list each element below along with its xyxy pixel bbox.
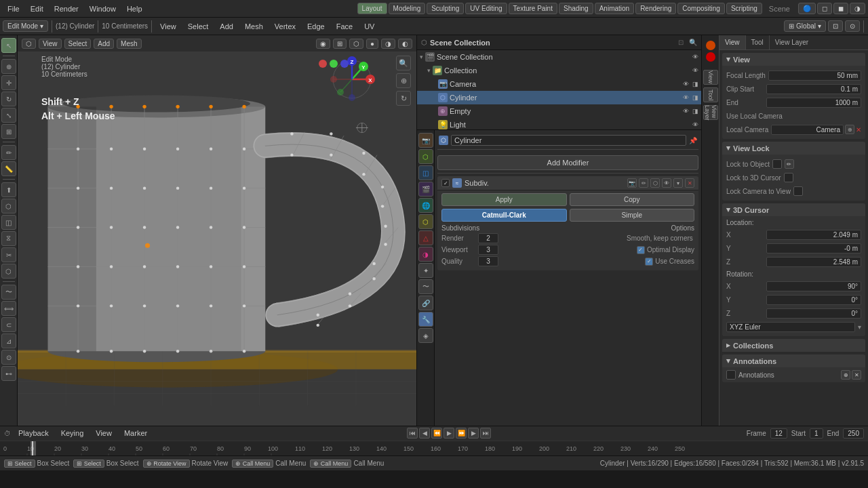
smooth-tool[interactable]: 〜: [1, 285, 16, 300]
shrink-tool[interactable]: ⊂: [1, 317, 16, 332]
proportional-btn[interactable]: ⊙: [845, 20, 860, 32]
mesh-menu-uv[interactable]: UV: [359, 21, 379, 32]
circle-red[interactable]: [706, 52, 715, 62]
clip-start-value[interactable]: 0.1 m: [766, 84, 861, 94]
props-physics-icon[interactable]: 〜: [418, 279, 433, 294]
tl-play[interactable]: ▶: [443, 428, 454, 439]
cursor-y-value[interactable]: -0 m: [766, 243, 861, 253]
cursor-rx-value[interactable]: 90°: [766, 281, 861, 291]
props-viewlayer-icon[interactable]: ◫: [418, 165, 433, 180]
subdiv-cage-icon[interactable]: ⬡: [650, 178, 660, 188]
view-section-header[interactable]: ▾ View: [722, 53, 865, 66]
rip-tool[interactable]: ⊷: [1, 366, 16, 381]
tl-prev-keyframe[interactable]: ⏪: [431, 428, 442, 439]
scale-tool[interactable]: ⤡: [1, 108, 16, 123]
ol-row-scene-collection[interactable]: ▾ 🎬 Scene Collection 👁: [417, 50, 701, 64]
props-particles-icon[interactable]: ✦: [418, 263, 433, 278]
lock-object-btn[interactable]: [772, 159, 782, 169]
ol-eye-collection[interactable]: 👁: [692, 67, 698, 74]
menu-help[interactable]: Help: [122, 3, 147, 14]
ol-eye-camera[interactable]: 👁: [683, 81, 689, 87]
workspace-sculpting[interactable]: Sculpting: [427, 3, 464, 14]
props-render-icon[interactable]: 📷: [418, 133, 433, 148]
outliner-filter-icon[interactable]: ⊡: [678, 39, 684, 46]
subdiv-apply-btn[interactable]: Apply: [441, 193, 567, 206]
bevel-tool[interactable]: ◫: [1, 215, 16, 230]
nav-zoom-in[interactable]: 🔍: [396, 56, 411, 70]
vp-overlay-btn[interactable]: ◉: [316, 39, 330, 49]
props-mesh-icon[interactable]: △: [418, 230, 433, 245]
viewport[interactable]: ⬡ View Select Add Mesh ◉ ⊞ ⬡ ● ◑ ◐ Shift…: [18, 35, 416, 426]
cursor-tool[interactable]: ⊕: [1, 59, 16, 74]
tl-jump-end[interactable]: ⏭: [480, 428, 491, 439]
vp-gizmo-btn[interactable]: ⊞: [333, 39, 347, 49]
creases-checkbox[interactable]: ✓: [645, 258, 653, 266]
workspace-uv[interactable]: UV Editing: [465, 3, 507, 14]
ol-row-empty[interactable]: ⊕ Empty 👁 ◨: [417, 104, 701, 118]
ol-row-camera[interactable]: 📷 Camera 👁 ◨: [417, 77, 701, 91]
props-output-icon[interactable]: ⬡: [418, 149, 433, 164]
props-world-icon[interactable]: 🌐: [418, 198, 433, 213]
workspace-scripting[interactable]: Scripting: [726, 3, 762, 14]
menu-render[interactable]: Render: [50, 3, 83, 14]
ol-row-collection[interactable]: ▾ 📁 Collection 👁: [417, 64, 701, 77]
collections-header[interactable]: ▸ Collections: [722, 339, 865, 352]
vp-select-menu[interactable]: Select: [64, 39, 92, 49]
workspace-modeling[interactable]: Modeling: [389, 3, 426, 14]
simple-btn[interactable]: Simple: [570, 209, 695, 222]
subdiv-expand-icon[interactable]: ▾: [673, 178, 683, 188]
n-tab-view[interactable]: View: [719, 35, 746, 49]
tl-prev-frame[interactable]: ◀: [419, 428, 430, 439]
annotations-header[interactable]: ▾ Annotations: [722, 354, 865, 367]
lock-camera-toggle[interactable]: [793, 186, 803, 196]
lock-object-picker[interactable]: ✏: [785, 159, 794, 169]
viewport-shading-btn2[interactable]: ◼: [833, 3, 848, 14]
snap-btn[interactable]: ⊡: [828, 20, 843, 32]
shear-tool[interactable]: ⊿: [1, 333, 16, 348]
mode-dropdown[interactable]: Edit Mode ▾: [3, 20, 48, 32]
camera-remove-icon[interactable]: ✕: [856, 126, 861, 134]
annotations-add-icon[interactable]: ⊕: [841, 370, 850, 380]
measure-tool[interactable]: 📏: [1, 161, 16, 176]
catmull-btn[interactable]: Catmull-Clark: [441, 209, 567, 222]
viewport-value[interactable]: 3: [478, 245, 498, 255]
n-panel-tool-tab[interactable]: Tool: [703, 87, 718, 102]
props-scene-icon[interactable]: 🎬: [418, 182, 433, 197]
rotate-tool[interactable]: ↻: [1, 92, 16, 106]
tl-menu-marker[interactable]: Marker: [119, 428, 152, 439]
tl-jump-start[interactable]: ⏮: [407, 428, 418, 439]
menu-window[interactable]: Window: [85, 3, 121, 14]
vp-shading-solid[interactable]: ●: [366, 39, 378, 49]
cursor-mode-dropdown[interactable]: ▾: [858, 323, 861, 331]
view-lock-header[interactable]: ▾ View Lock: [722, 142, 865, 155]
end-frame-display[interactable]: 250: [843, 428, 864, 439]
ol-row-light[interactable]: 💡 Light 👁: [417, 118, 701, 129]
move-tool[interactable]: ✛: [1, 75, 16, 90]
circle-orange[interactable]: [706, 41, 715, 50]
render-value[interactable]: 2: [478, 233, 498, 243]
current-frame-display[interactable]: 12: [770, 428, 787, 439]
props-shader-icon[interactable]: ◈: [418, 328, 433, 343]
mesh-menu-view[interactable]: View: [155, 21, 181, 32]
menu-file[interactable]: File: [3, 3, 24, 14]
mesh-menu-select[interactable]: Select: [183, 21, 214, 32]
outliner-search-icon[interactable]: 🔍: [689, 39, 697, 46]
menu-edit[interactable]: Edit: [26, 3, 48, 14]
subdiv-render-icon[interactable]: 📷: [627, 178, 637, 188]
vp-shading-rendered[interactable]: ◐: [398, 39, 412, 49]
optimal-checkbox[interactable]: ✓: [637, 246, 645, 254]
ol-eye-light[interactable]: 👁: [692, 121, 698, 128]
start-frame-display[interactable]: 1: [810, 428, 823, 439]
subdiv-edit-icon[interactable]: ✏: [639, 178, 648, 188]
tl-menu-view[interactable]: View: [91, 428, 117, 439]
ol-row-cylinder[interactable]: ⬡ Cylinder 👁 ◨: [417, 91, 701, 104]
workspace-texture[interactable]: Texture Paint: [509, 3, 557, 14]
workspace-layout[interactable]: Layout: [357, 3, 387, 14]
tl-menu-keying[interactable]: Keying: [56, 428, 89, 439]
nav-orbit[interactable]: ↻: [396, 91, 411, 106]
cursor-rz-value[interactable]: 0°: [766, 308, 861, 319]
props-constraints-icon[interactable]: 🔗: [418, 296, 433, 310]
lock-cursor-toggle[interactable]: [784, 173, 793, 182]
vp-shading-material[interactable]: ◑: [381, 39, 395, 49]
workspace-shading[interactable]: Shading: [559, 3, 593, 14]
